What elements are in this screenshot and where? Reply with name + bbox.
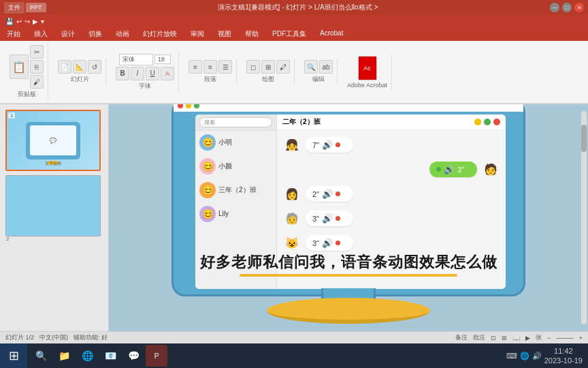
msg-avatar-4: 🧓 bbox=[282, 209, 301, 228]
chat-close-btn[interactable] bbox=[493, 119, 500, 125]
chat-contact-xiaoyan[interactable]: 😊 小颜 bbox=[195, 155, 276, 179]
title-tab-app[interactable]: PPT bbox=[26, 3, 46, 12]
contact-name-xiaoyan: 小颜 bbox=[218, 162, 232, 171]
align-center-button[interactable]: ≡ bbox=[203, 60, 217, 74]
bullet-button[interactable]: ☰ bbox=[218, 60, 232, 74]
title-bar: 文件 PPT 演示文稿1[兼容模式] - 幻灯片 > L/A班们当么llo格式 … bbox=[0, 0, 588, 15]
ribbon-tab-review[interactable]: 审阅 bbox=[184, 27, 211, 41]
voice-dot-1 bbox=[336, 142, 340, 147]
zoom-out[interactable]: − bbox=[547, 335, 551, 341]
ribbon-tab-design[interactable]: 设计 bbox=[54, 27, 82, 41]
slide-layout-button[interactable]: 📐 bbox=[73, 60, 86, 74]
view-reading[interactable]: 📖 bbox=[512, 335, 520, 341]
monitor-stand-base bbox=[267, 298, 430, 324]
contact-name-class3: 三年（2）班 bbox=[218, 185, 257, 195]
clock-time: 11:42 bbox=[544, 346, 583, 356]
undo-icon[interactable]: ↩ bbox=[16, 18, 22, 25]
zoom-slider[interactable]: ──── bbox=[556, 335, 574, 341]
chat-min-btn[interactable] bbox=[474, 119, 481, 125]
subtitle-text: 好多老师私信问我，语音条动图效果怎么做 bbox=[143, 252, 554, 273]
contact-avatar-class3: 😊 bbox=[199, 182, 216, 198]
start-button[interactable]: ⊞ bbox=[0, 343, 27, 368]
chat-contact-lily[interactable]: 😊 Lily bbox=[195, 202, 276, 226]
taskbar-browser[interactable]: 🌐 bbox=[76, 345, 98, 367]
main-canvas: 搜索 😊 小明 😊 小颜 bbox=[109, 104, 588, 331]
ribbon-tab-insert[interactable]: 插入 bbox=[27, 27, 54, 41]
arrange-button[interactable]: ⊞ bbox=[261, 60, 275, 74]
slide-thumb-1[interactable]: 💬 文字说明 1 bbox=[5, 110, 101, 171]
shape-button[interactable]: ◻ bbox=[246, 60, 260, 74]
quick-access-bar: 💾 ↩ ↪ ▶ ▾ bbox=[0, 15, 588, 27]
comments-button[interactable]: 批注 bbox=[473, 333, 485, 342]
italic-button[interactable]: I bbox=[131, 67, 144, 80]
title-tab-file[interactable]: 文件 bbox=[4, 2, 24, 14]
wave-icon-2: 🔊 bbox=[444, 164, 455, 174]
adobe-acrobat-button[interactable]: Ac bbox=[358, 56, 377, 80]
taskbar-search[interactable]: 🔍 bbox=[30, 345, 52, 367]
ribbon-tab-animation[interactable]: 动画 bbox=[109, 27, 136, 41]
ribbon-tab-acrobat[interactable]: Acrobat bbox=[313, 27, 350, 41]
ribbon: 开始 插入 设计 切换 动画 幻灯片放映 审阅 视图 帮助 PDF工具集 Acr… bbox=[0, 27, 588, 104]
taskbar-file-explorer[interactable]: 📁 bbox=[53, 345, 75, 367]
close-button[interactable]: ✕ bbox=[574, 3, 584, 12]
save-icon[interactable]: 💾 bbox=[5, 18, 14, 25]
align-left-button[interactable]: ≡ bbox=[189, 60, 202, 74]
slide-thumb-2[interactable]: 2 bbox=[5, 175, 101, 236]
voice-dot-2 bbox=[436, 167, 441, 172]
new-slide-button[interactable]: 📄 bbox=[58, 60, 71, 74]
format-painter-button[interactable]: 🖌 bbox=[30, 75, 44, 89]
wave-icon-3: 🔊 bbox=[322, 189, 333, 199]
paste-button[interactable]: 📋 bbox=[10, 55, 29, 79]
ribbon-tab-view[interactable]: 视图 bbox=[211, 27, 238, 41]
underline-button[interactable]: U bbox=[146, 67, 159, 80]
view-slideshow[interactable]: ▶ bbox=[525, 335, 530, 341]
taskbar-mail[interactable]: 📧 bbox=[99, 345, 121, 367]
maximize-button[interactable]: □ bbox=[562, 3, 572, 12]
dropdown-icon[interactable]: ▾ bbox=[41, 18, 44, 25]
play-icon[interactable]: ▶ bbox=[33, 18, 38, 25]
voice-bubble-2[interactable]: 🔊 3" bbox=[429, 162, 477, 177]
taskbar-chat[interactable]: 💬 bbox=[122, 345, 144, 367]
chat-contact-xiaoming[interactable]: 😊 小明 bbox=[195, 131, 276, 155]
minimize-button[interactable]: ─ bbox=[550, 3, 559, 12]
taskbar-icons: 🔍 📁 🌐 📧 💬 P bbox=[27, 343, 170, 368]
message-2: 🧑 🔊 3" bbox=[282, 160, 500, 179]
voice-bubble-4[interactable]: 3" 🔊 bbox=[306, 211, 353, 226]
replace-button[interactable]: ab bbox=[319, 60, 333, 74]
font-size[interactable]: 18 bbox=[154, 55, 171, 64]
chat-contact-class3[interactable]: 😊 三年（2）班 bbox=[195, 179, 276, 202]
ribbon-group-font: 宋体 18 B I U A 字体 bbox=[112, 52, 179, 92]
chat-max-btn[interactable] bbox=[484, 119, 491, 125]
voice-bubble-1[interactable]: 7" 🔊 bbox=[306, 137, 353, 153]
taskbar-ppt[interactable]: P bbox=[146, 345, 167, 367]
view-normal[interactable]: ⊡ bbox=[491, 335, 496, 341]
ribbon-group-clipboard: 📋 ✂ ⎘ 🖌 剪贴板 bbox=[5, 44, 48, 100]
voice-bubble-5[interactable]: 3" 🔊 bbox=[306, 235, 353, 251]
font-name[interactable]: 宋体 bbox=[119, 54, 153, 65]
zoom-in[interactable]: + bbox=[579, 335, 583, 341]
ribbon-tab-slideshow[interactable]: 幻灯片放映 bbox=[136, 27, 184, 41]
ribbon-tab-start[interactable]: 开始 bbox=[0, 27, 27, 41]
cut-button[interactable]: ✂ bbox=[30, 45, 44, 59]
ribbon-tab-transition[interactable]: 切换 bbox=[82, 27, 109, 41]
ribbon-tab-pdf[interactable]: PDF工具集 bbox=[265, 27, 313, 41]
ribbon-group-editing: 🔍 ab 编辑 bbox=[300, 59, 338, 85]
voice-dot-4 bbox=[336, 216, 340, 221]
copy-button[interactable]: ⎘ bbox=[30, 60, 44, 74]
scrollbar-thumb[interactable] bbox=[581, 125, 587, 152]
reset-button[interactable]: ↺ bbox=[88, 60, 101, 74]
notes-button[interactable]: 备注 bbox=[455, 333, 468, 342]
shape-fill-button[interactable]: 🖍 bbox=[276, 60, 290, 74]
redo-icon[interactable]: ↪ bbox=[24, 18, 30, 25]
find-button[interactable]: 🔍 bbox=[304, 60, 318, 74]
font-color-button[interactable]: A bbox=[161, 67, 174, 80]
chat-search-input[interactable]: 搜索 bbox=[199, 117, 272, 127]
bold-button[interactable]: B bbox=[116, 67, 129, 80]
canvas-scrollbar[interactable] bbox=[581, 111, 587, 324]
msg-avatar-2: 🧑 bbox=[481, 160, 500, 179]
voice-bubble-3[interactable]: 2" 🔊 bbox=[306, 186, 353, 202]
view-slide-sorter[interactable]: ⊞ bbox=[502, 335, 507, 341]
ribbon-tab-help[interactable]: 帮助 bbox=[238, 27, 265, 41]
tray-keyboard-icon: ⌨ bbox=[506, 352, 517, 361]
subtitle-underline bbox=[240, 274, 457, 277]
